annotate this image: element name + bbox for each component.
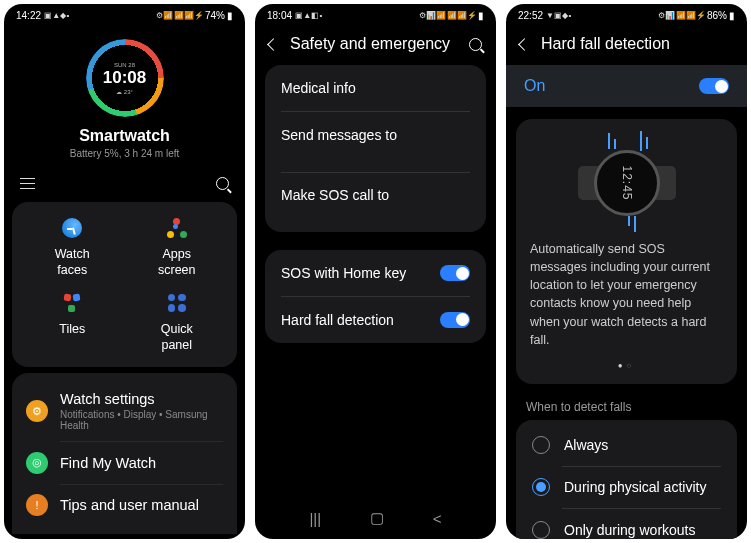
grid-label: Watch faces xyxy=(20,246,125,279)
search-icon[interactable] xyxy=(469,38,482,51)
back-button[interactable]: < xyxy=(433,510,442,527)
grid-quick-panel[interactable]: Quick panel xyxy=(125,291,230,354)
info-group: Medical info Send messages to Make SOS c… xyxy=(265,65,486,232)
option-always[interactable]: Always xyxy=(516,424,737,466)
search-icon[interactable] xyxy=(216,177,229,190)
shortcuts-grid: Watch faces Apps screen Tiles Quick pane… xyxy=(12,202,237,367)
status-time: 22:52 xyxy=(518,10,543,21)
toggle-group: SOS with Home key Hard fall detection xyxy=(265,250,486,343)
quick-panel-icon xyxy=(165,291,189,315)
nav-bar: ||| ▢ < xyxy=(4,534,245,539)
radio-icon-checked xyxy=(532,478,550,496)
status-icons-right: ⚙ 📊 📶 📶 📶 ⚡ xyxy=(419,11,476,20)
nav-bar: ||| ▢ < xyxy=(255,499,496,539)
grid-tiles[interactable]: Tiles xyxy=(20,291,125,354)
device-name: Smartwatch xyxy=(4,127,245,145)
watch-face-preview[interactable]: SUN 28 10:08 ☁ 23° xyxy=(84,37,166,119)
watchface-time: 10:08 xyxy=(103,68,146,88)
status-icons-left: ▣ ▲ ◧ • xyxy=(295,11,321,20)
detect-falls-options: Always During physical activity Only dur… xyxy=(516,420,737,539)
setting-label: Send messages to xyxy=(281,127,470,143)
setting-label: Hard fall detection xyxy=(281,312,440,328)
status-time: 18:04 xyxy=(267,10,292,21)
watchface-weather: ☁ 23° xyxy=(116,88,133,95)
status-icons-right: ⚙ 📶 📶 📶 ⚡ xyxy=(156,11,203,20)
status-icons-right: ⚙ 📊 📶 📶 ⚡ xyxy=(658,11,705,20)
home-button[interactable]: ▢ xyxy=(370,509,384,527)
list-title: Tips and user manual xyxy=(60,497,199,513)
illustration-time: 12:45 xyxy=(620,165,634,200)
radio-icon xyxy=(532,436,550,454)
find-my-watch-item[interactable]: ◎ Find My Watch xyxy=(12,442,237,484)
setting-label: Make SOS call to xyxy=(281,187,470,203)
watch-settings-item[interactable]: ⚙ Watch settings Notifications • Display… xyxy=(12,381,237,441)
grid-label: Apps screen xyxy=(125,246,230,279)
description-text: Automatically send SOS messages includin… xyxy=(530,240,723,349)
grid-label: Quick panel xyxy=(125,321,230,354)
status-icons-left: ▣ ▲ ◆ • xyxy=(44,11,68,20)
medical-info-item[interactable]: Medical info xyxy=(265,65,486,111)
phone-screen-wearable-app: 14:22 ▣ ▲ ◆ • ⚙ 📶 📶 📶 ⚡ 74% ▮ SUN 28 10:… xyxy=(4,4,245,539)
grid-watch-faces[interactable]: Watch faces xyxy=(20,216,125,279)
radio-label: Always xyxy=(564,437,608,453)
status-battery: 86% xyxy=(707,10,727,21)
menu-icon[interactable] xyxy=(20,178,35,189)
toggle-switch[interactable] xyxy=(440,265,470,281)
master-toggle-row[interactable]: On xyxy=(506,65,747,107)
phone-screen-fall-detection: 22:52 ▼ ▣ ◆ • ⚙ 📊 📶 📶 ⚡ 86% ▮ Hard fall … xyxy=(506,4,747,539)
page-header: Safety and emergency xyxy=(255,23,496,65)
battery-icon: ▮ xyxy=(227,10,233,21)
status-icons-left: ▼ ▣ ◆ • xyxy=(546,11,570,20)
list-title: Watch settings xyxy=(60,391,223,407)
list-subtitle: Notifications • Display • Samsung Health xyxy=(60,409,223,431)
page-title: Safety and emergency xyxy=(290,35,457,53)
setting-label: SOS with Home key xyxy=(281,265,440,281)
back-icon[interactable] xyxy=(518,38,531,51)
hard-fall-item[interactable]: Hard fall detection xyxy=(265,297,486,343)
sos-call-item[interactable]: Make SOS call to xyxy=(265,172,486,232)
section-header: When to detect falls xyxy=(506,384,747,420)
apps-screen-icon xyxy=(165,216,189,240)
on-label: On xyxy=(524,77,699,95)
info-icon: ! xyxy=(26,494,48,516)
page-header: Hard fall detection xyxy=(506,23,747,65)
recents-button[interactable]: ||| xyxy=(309,510,321,527)
status-bar: 18:04 ▣ ▲ ◧ • ⚙ 📊 📶 📶 📶 ⚡ ▮ xyxy=(255,4,496,23)
battery-icon: ▮ xyxy=(729,10,735,21)
toggle-switch[interactable] xyxy=(440,312,470,328)
list-title: Find My Watch xyxy=(60,455,156,471)
gear-icon: ⚙ xyxy=(26,400,48,422)
send-messages-item[interactable]: Send messages to xyxy=(265,112,486,172)
sos-home-key-item[interactable]: SOS with Home key xyxy=(265,250,486,296)
status-bar: 22:52 ▼ ▣ ◆ • ⚙ 📊 📶 📶 ⚡ 86% ▮ xyxy=(506,4,747,23)
tiles-icon xyxy=(60,291,84,315)
back-icon[interactable] xyxy=(267,38,280,51)
toggle-switch[interactable] xyxy=(699,78,729,94)
description-card: 12:45 Automatically send SOS messages in… xyxy=(516,119,737,384)
location-icon: ◎ xyxy=(26,452,48,474)
radio-label: During physical activity xyxy=(564,479,706,495)
option-workouts[interactable]: Only during workouts xyxy=(516,509,737,539)
tips-item[interactable]: ! Tips and user manual xyxy=(12,484,237,526)
phone-screen-safety: 18:04 ▣ ▲ ◧ • ⚙ 📊 📶 📶 📶 ⚡ ▮ Safety and e… xyxy=(255,4,496,539)
option-activity[interactable]: During physical activity xyxy=(516,466,737,508)
watch-faces-icon xyxy=(60,216,84,240)
radio-label: Only during workouts xyxy=(564,522,696,538)
radio-icon xyxy=(532,521,550,539)
main-menu-list: ⚙ Watch settings Notifications • Display… xyxy=(12,373,237,534)
grid-label: Tiles xyxy=(20,321,125,337)
page-title: Hard fall detection xyxy=(541,35,733,53)
grid-apps-screen[interactable]: Apps screen xyxy=(125,216,230,279)
setting-label: Medical info xyxy=(281,80,470,96)
battery-status: Battery 5%, 3 h 24 m left xyxy=(4,148,245,159)
page-indicator: ●○ xyxy=(530,361,723,370)
status-time: 14:22 xyxy=(16,10,41,21)
watch-face-hero: SUN 28 10:08 ☁ 23° Smartwatch Battery 5%… xyxy=(4,23,245,167)
status-bar: 14:22 ▣ ▲ ◆ • ⚙ 📶 📶 📶 ⚡ 74% ▮ xyxy=(4,4,245,23)
watch-illustration: 12:45 xyxy=(572,135,682,230)
status-battery: 74% xyxy=(205,10,225,21)
battery-icon: ▮ xyxy=(478,10,484,21)
